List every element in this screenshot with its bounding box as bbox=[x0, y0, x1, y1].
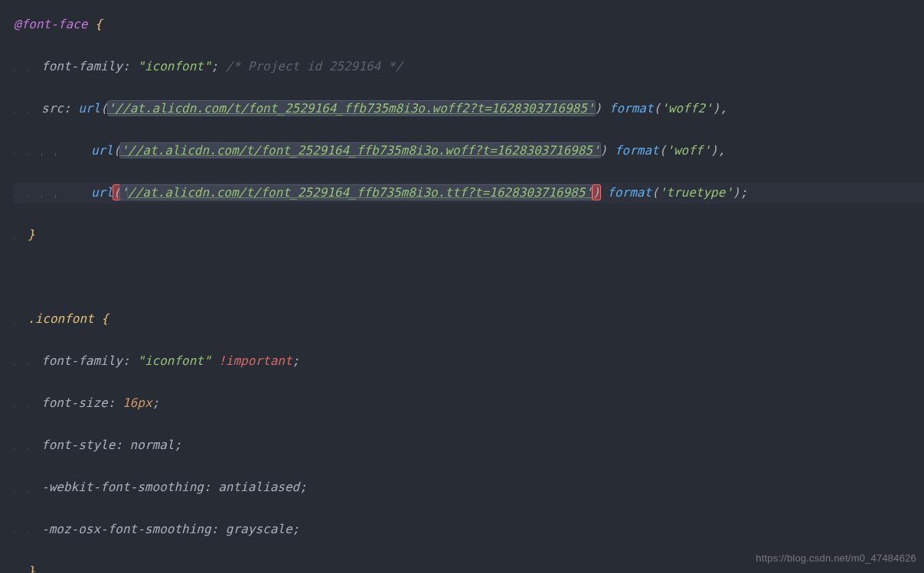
code-line: font-family: "iconfont"; /* Project id 2… bbox=[14, 56, 924, 77]
url-string[interactable]: '//at.alicdn.com/t/font_2529164_ffb735m8… bbox=[108, 101, 595, 116]
code-line: font-style: normal; bbox=[14, 435, 924, 456]
code-line: url('//at.alicdn.com/t/font_2529164_ffb7… bbox=[14, 140, 924, 161]
watermark-text: https://blog.csdn.net/m0_47484626 bbox=[756, 548, 916, 569]
code-line bbox=[14, 266, 924, 288]
code-line: .iconfont { bbox=[14, 308, 924, 330]
bracket-match-open: ( bbox=[113, 185, 121, 200]
url-string[interactable]: '//at.alicdn.com/t/font_2529164_ffb735m8… bbox=[120, 143, 599, 158]
code-editor[interactable]: @font-face { font-family: "iconfont"; /*… bbox=[0, 0, 924, 573]
at-rule: @font-face bbox=[14, 17, 87, 31]
selector: .iconfont bbox=[28, 311, 94, 326]
code-line: @font-face { bbox=[14, 14, 924, 35]
code-line: src: url('//at.alicdn.com/t/font_2529164… bbox=[14, 98, 924, 119]
code-line: font-size: 16px; bbox=[14, 392, 924, 414]
important-keyword: !important bbox=[218, 353, 292, 368]
comment: /* Project id 2529164 */ bbox=[226, 59, 403, 73]
code-line: -webkit-font-smoothing: antialiased; bbox=[14, 477, 924, 498]
code-line: } bbox=[14, 224, 924, 246]
code-line: font-family: "iconfont" !important; bbox=[14, 350, 924, 372]
code-line-active: url('//at.alicdn.com/t/font_2529164_ffb7… bbox=[14, 182, 924, 203]
url-string[interactable]: //at.alicdn.com/t/font_2529164_ffb735m8i… bbox=[128, 185, 593, 200]
code-line: -moz-osx-font-smoothing: grayscale; bbox=[14, 519, 924, 540]
bracket-match-close: ) bbox=[593, 185, 600, 200]
